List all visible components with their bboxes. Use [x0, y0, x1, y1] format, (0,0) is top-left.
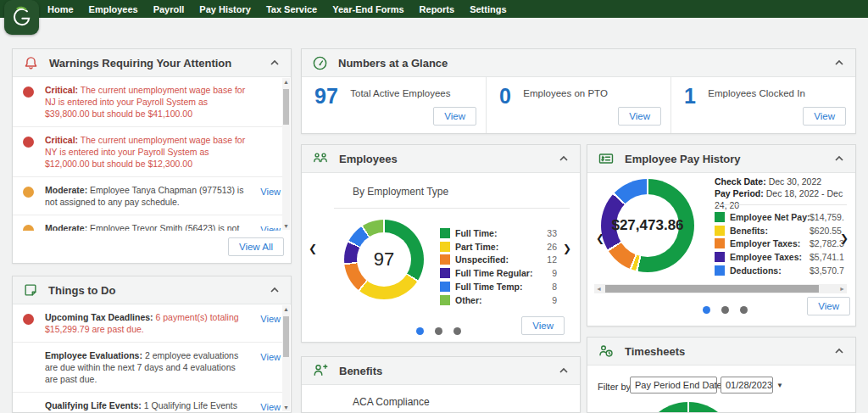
- carousel-prev-icon[interactable]: ❮: [309, 243, 317, 254]
- legend-value: 33: [547, 228, 557, 238]
- gauge-icon: [312, 55, 328, 71]
- legend-row: Deductions: $3,570.7: [715, 264, 850, 277]
- pay-history-header[interactable]: Employee Pay History: [587, 145, 855, 173]
- filter-field-dropdown[interactable]: Pay Period End Date ▼: [630, 377, 717, 393]
- benefits-header[interactable]: Benefits: [302, 357, 580, 385]
- chevron-up-icon[interactable]: [269, 57, 281, 69]
- carousel-dot[interactable]: [453, 327, 461, 335]
- legend-swatch: [440, 282, 450, 292]
- chevron-up-icon[interactable]: [833, 153, 845, 165]
- chevron-up-icon[interactable]: [833, 345, 845, 357]
- scroll-down-icon[interactable]: ▼: [282, 222, 290, 230]
- people-icon: [312, 150, 329, 167]
- chevron-up-icon[interactable]: [833, 57, 845, 69]
- carousel-dot[interactable]: [703, 306, 710, 314]
- nav-item[interactable]: Reports: [420, 4, 455, 14]
- severity-dot: [23, 225, 34, 231]
- legend-row: Employee Net Pay: $14,759.: [715, 210, 850, 224]
- panel-title: Benefits: [339, 365, 548, 377]
- warning-severity: Moderate:: [45, 223, 87, 231]
- legend-swatch: [440, 295, 450, 305]
- carousel-dots: [416, 327, 461, 335]
- panel-title: Employees: [339, 153, 548, 165]
- nav-item[interactable]: Payroll: [153, 4, 185, 14]
- warning-view-link[interactable]: View: [260, 225, 281, 231]
- warnings-list: Critical: The current unemployment wage …: [13, 77, 282, 231]
- horizontal-scrollbar[interactable]: ◄ ►: [594, 284, 847, 293]
- legend-row: Full Time Temp: 8: [440, 280, 557, 293]
- todo-item: Upcoming Tax Deadlines: 6 payment(s) tot…: [13, 304, 282, 343]
- chevron-up-icon[interactable]: [269, 284, 281, 296]
- legend-row: Part Time: 26: [440, 240, 557, 254]
- panel-title: Things to Do: [48, 284, 259, 297]
- numbers-header[interactable]: Numbers at a Glance: [302, 49, 855, 77]
- todo-item: Qualifying Life Events: 1 Qualifying Lif…: [13, 393, 282, 412]
- nav-item[interactable]: Tax Service: [266, 4, 317, 14]
- filter-date-dropdown[interactable]: 01/28/2023 ▼: [721, 377, 773, 393]
- warning-severity: Moderate:: [45, 185, 87, 195]
- legend-value: $14,759.: [810, 212, 844, 222]
- employees-header[interactable]: Employees: [302, 145, 580, 173]
- pay-history-view-button[interactable]: View: [807, 297, 850, 315]
- nav-item[interactable]: Employees: [89, 4, 138, 14]
- stat-view-button[interactable]: View: [618, 107, 661, 126]
- things-header[interactable]: Things to Do: [13, 276, 291, 304]
- employees-donut-chart[interactable]: 97: [344, 220, 424, 299]
- employees-view-button[interactable]: View: [521, 316, 565, 335]
- app-logo[interactable]: [4, 0, 39, 35]
- nav-item[interactable]: Year-End Forms: [332, 4, 403, 14]
- scroll-right-icon[interactable]: ►: [839, 285, 845, 293]
- legend-label: Employee Taxes:: [730, 252, 810, 262]
- timesheets-header[interactable]: Timesheets: [587, 338, 855, 366]
- legend-swatch: [440, 254, 450, 265]
- todo-label: Employee Evaluations:: [45, 350, 142, 360]
- todo-view-link[interactable]: View: [260, 352, 281, 362]
- stat-view-button[interactable]: View: [803, 107, 846, 126]
- warnings-header[interactable]: Warnings Requiring Your Attention: [13, 49, 291, 77]
- todo-view-link[interactable]: View: [260, 314, 281, 324]
- chevron-up-icon[interactable]: [558, 153, 570, 165]
- timesheets-donut-chart[interactable]: [640, 402, 737, 413]
- legend-swatch: [715, 212, 725, 222]
- divider: [334, 208, 570, 209]
- legend-label: Employee Net Pay:: [730, 212, 810, 222]
- stat-label: Total Active Employees: [350, 88, 450, 98]
- things-scrollbar[interactable]: ▲ ▼: [282, 305, 290, 411]
- scrollbar-thumb[interactable]: [283, 89, 289, 125]
- employees-legend: Full Time: 33 Part Time: 26 Unspecified:…: [440, 226, 557, 307]
- warnings-scrollbar[interactable]: ▲ ▼: [282, 78, 290, 230]
- scroll-up-icon[interactable]: ▲: [282, 78, 290, 86]
- chevron-up-icon[interactable]: [558, 365, 570, 377]
- pay-history-donut-chart[interactable]: $27,473.86: [601, 179, 694, 272]
- warning-view-link[interactable]: View: [260, 187, 281, 197]
- carousel-dot[interactable]: [740, 306, 748, 314]
- scroll-down-icon[interactable]: ▼: [282, 404, 290, 411]
- view-all-button[interactable]: View All: [228, 237, 284, 256]
- scrollbar-thumb[interactable]: [605, 285, 819, 293]
- stat-value: 0: [499, 86, 511, 107]
- aca-compliance-item[interactable]: ACA Compliance: [353, 396, 430, 408]
- nav-item[interactable]: Pay History: [199, 4, 251, 14]
- warning-severity: Critical:: [45, 135, 78, 145]
- stat-label: Employees Clocked In: [708, 88, 804, 98]
- carousel-dot[interactable]: [416, 327, 424, 335]
- person-plus-icon: [312, 362, 329, 379]
- stat-label: Employees on PTO: [523, 88, 608, 98]
- nav-item[interactable]: Settings: [470, 4, 506, 14]
- carousel-dot[interactable]: [435, 327, 442, 335]
- scroll-up-icon[interactable]: ▲: [282, 305, 290, 313]
- top-nav: Home Employees Payroll Pay History Tax S…: [0, 0, 868, 18]
- carousel-dot[interactable]: [721, 306, 729, 314]
- pay-history-panel: Employee Pay History ❮ ❯ $27,473.86 Chec…: [587, 144, 856, 326]
- scrollbar-thumb[interactable]: [283, 316, 289, 357]
- legend-swatch: [440, 268, 450, 278]
- carousel-next-icon[interactable]: ❯: [563, 243, 571, 254]
- nav-item[interactable]: Home: [47, 4, 74, 14]
- warning-item: Moderate: Employee Tanya Chapman (977513…: [13, 177, 282, 215]
- legend-label: Full Time Regular:: [455, 268, 532, 278]
- scroll-left-icon[interactable]: ◄: [596, 285, 602, 293]
- legend-value: 9: [552, 268, 557, 278]
- todo-view-link[interactable]: View: [260, 402, 281, 412]
- stat-view-button[interactable]: View: [433, 107, 476, 126]
- legend-label: Full Time Temp:: [455, 282, 523, 292]
